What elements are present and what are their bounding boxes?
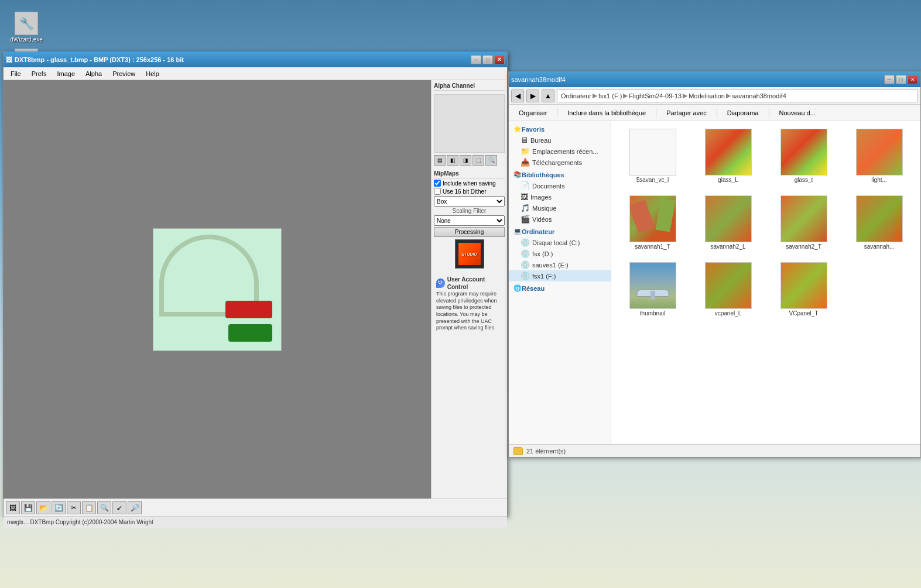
canvas-red-shape [225, 301, 272, 318]
minimize-button[interactable]: ─ [471, 55, 481, 64]
menu-prefs[interactable]: Prefs [27, 69, 52, 78]
scaling-dropdown[interactable]: Box Triangle Gaussian Bicubic [434, 196, 505, 207]
menu-alpha[interactable]: Alpha [81, 69, 107, 78]
network-label: Réseau [522, 285, 545, 292]
sidebar-item-videos[interactable]: 🎬 Vidéos [509, 214, 611, 225]
file-name-light: light... [871, 177, 887, 183]
file-item-light[interactable]: light... [843, 126, 916, 190]
file-item-sav2l[interactable]: savannah2_L [691, 192, 765, 257]
sidebar-group-libraries: 📚 Bibliothèques 📄 Documents 🖼 Images 🎵 M… [509, 169, 611, 225]
explorer-minimize-button[interactable]: ─ [884, 75, 895, 84]
explorer-maximize-button[interactable]: □ [896, 75, 906, 84]
drive-f-icon: 💿 [521, 271, 530, 280]
use-16bit-checkbox[interactable] [434, 188, 441, 195]
file-item-sav1[interactable]: savannah1_T [616, 192, 689, 257]
sidebar-item-f[interactable]: 💿 fsx1 (F:) [509, 270, 611, 281]
sidebar-item-documents[interactable]: 📄 Documents [509, 180, 611, 191]
maximize-button[interactable]: □ [482, 55, 493, 64]
bc-sep-2: ▶ [623, 92, 628, 99]
canvas-image [153, 228, 282, 351]
back-button[interactable]: ◀ [511, 90, 524, 102]
file-item-savmore[interactable]: savannah... [843, 192, 916, 257]
network-icon: 🌐 [513, 284, 522, 292]
share-button[interactable]: Partager avec [661, 108, 711, 118]
sidebar-group-libraries-header[interactable]: 📚 Bibliothèques [509, 169, 611, 180]
alpha-btn-5[interactable]: 🔍 [485, 155, 497, 166]
bc-sep-1: ▶ [593, 92, 597, 99]
videos-label: Vidéos [532, 216, 552, 223]
bc-savannah[interactable]: savannah38modif4 [732, 92, 786, 99]
organiser-button[interactable]: Organiser [513, 108, 552, 118]
include-library-button[interactable]: Inclure dans la bibliothèque [562, 108, 651, 118]
driver-wizard-label: dWizard.exe [10, 36, 43, 43]
sidebar-item-images[interactable]: 🖼 Images [509, 191, 611, 202]
explorer-close-button[interactable]: ✕ [908, 75, 918, 84]
sidebar-group-favoris-header[interactable]: ⭐ Favoris [509, 123, 611, 135]
bc-flightsim[interactable]: FlightSim24-09-13 [629, 92, 682, 99]
sidebar-group-network-header[interactable]: 🌐 Réseau [509, 283, 611, 294]
processing-button[interactable]: Processing [434, 227, 505, 237]
file-name-savan-vc: $savan_vc_l [636, 177, 669, 183]
toolbar-btn-4[interactable]: 🔄 [52, 501, 66, 514]
sidebar-item-c[interactable]: 💿 Disque local (C:) [509, 237, 611, 248]
forward-button[interactable]: ▶ [526, 90, 539, 102]
dxtbmp-app-icon: 🖼 [6, 56, 12, 63]
scaling-dropdown-row: Box Triangle Gaussian Bicubic [434, 196, 505, 207]
file-item-vcpanel-t[interactable]: VCpanel_T [767, 259, 840, 324]
file-name-glass-t: glass_t [795, 177, 813, 183]
toolbar-btn-6[interactable]: 📋 [82, 501, 96, 514]
studio-icon-box: STUDIO [455, 239, 484, 269]
musique-folder-icon: 🎵 [521, 204, 530, 212]
explorer-main: ⭐ Favoris 🖥 Bureau 📁 Emplacements récen.… [509, 121, 920, 444]
up-button[interactable]: ▲ [542, 90, 554, 102]
file-item-sav2t[interactable]: savannah2_T [767, 192, 840, 257]
desktop-icon-driverwizard[interactable]: 🔧 dWizard.exe [6, 12, 47, 43]
toolbar-btn-2[interactable]: 💾 [21, 501, 35, 514]
file-item-glass-t[interactable]: glass_t [767, 126, 840, 190]
close-button[interactable]: ✕ [494, 55, 505, 64]
toolbar-btn-7[interactable]: 🔍 [97, 501, 111, 514]
explorer-titlebar: savannah38modif4 ─ □ ✕ [509, 72, 920, 87]
sidebar-group-computer-header[interactable]: 💻 Ordinateur [509, 226, 611, 237]
bc-fsx1[interactable]: fsx1 (F:) [598, 92, 622, 99]
sidebar-item-recent[interactable]: 📁 Emplacements récen... [509, 146, 611, 157]
sidebar-item-d[interactable]: 💿 fsx (D:) [509, 248, 611, 259]
menu-image[interactable]: Image [52, 69, 80, 78]
downloads-label: Téléchargements [532, 159, 582, 166]
alpha-btn-2[interactable]: ◧ [447, 155, 458, 166]
sidebar-item-musique[interactable]: 🎵 Musique [509, 202, 611, 214]
sidebar-item-e[interactable]: 💿 sauves1 (E:) [509, 259, 611, 270]
file-thumb-vcpanel-t [780, 262, 827, 309]
alpha-btn-1[interactable]: ▤ [434, 155, 446, 166]
file-thumb-thumbnail [629, 262, 676, 309]
explorer-nav: ◀ ▶ ▲ Ordinateur ▶ fsx1 (F:) ▶ FlightSim… [509, 87, 920, 105]
menu-file[interactable]: File [6, 69, 26, 78]
sidebar-item-bureau[interactable]: 🖥 Bureau [509, 135, 611, 146]
toolbar-btn-5[interactable]: ✂ [67, 501, 81, 514]
processing-dropdown[interactable]: None [434, 215, 505, 226]
file-item-thumbnail[interactable]: thumbnail [616, 259, 689, 324]
toolbar-btn-9[interactable]: 🔎 [128, 501, 142, 514]
menu-preview[interactable]: Preview [108, 69, 140, 78]
mipmaps-section: MipMaps Include when saving Use 16 bit D… [434, 170, 505, 271]
sidebar-item-downloads[interactable]: 📥 Téléchargements [509, 157, 611, 168]
file-item-savan-vc[interactable]: $savan_vc_l [616, 126, 689, 190]
menu-help[interactable]: Help [141, 69, 164, 78]
file-item-glass-l[interactable]: glass_L [691, 126, 765, 190]
toolbar-btn-3[interactable]: 📂 [36, 501, 50, 514]
toolbar-btn-8[interactable]: ↙ [112, 501, 126, 514]
nouveau-button[interactable]: Nouveau d... [774, 108, 821, 118]
file-item-vcpanel-l[interactable]: vcpanel_L [691, 259, 765, 324]
libraries-icon: 📚 [513, 171, 522, 178]
bc-computer[interactable]: Ordinateur [561, 92, 591, 99]
toolbar-btn-1[interactable]: 🖼 [6, 501, 20, 514]
status-count: 21 élément(s) [526, 448, 566, 455]
file-name-vcpanel-t: VCpanel_T [789, 310, 818, 317]
file-name-sav2t: savannah2_T [786, 243, 821, 250]
alpha-btn-3[interactable]: ◨ [460, 155, 471, 166]
file-thumb-savan-vc [629, 129, 676, 176]
bc-modelisation[interactable]: Modelisation [689, 92, 725, 99]
diaporama-button[interactable]: Diaporama [722, 108, 764, 118]
include-when-saving-checkbox[interactable] [434, 180, 441, 187]
alpha-btn-4[interactable]: ⬚ [473, 155, 484, 166]
